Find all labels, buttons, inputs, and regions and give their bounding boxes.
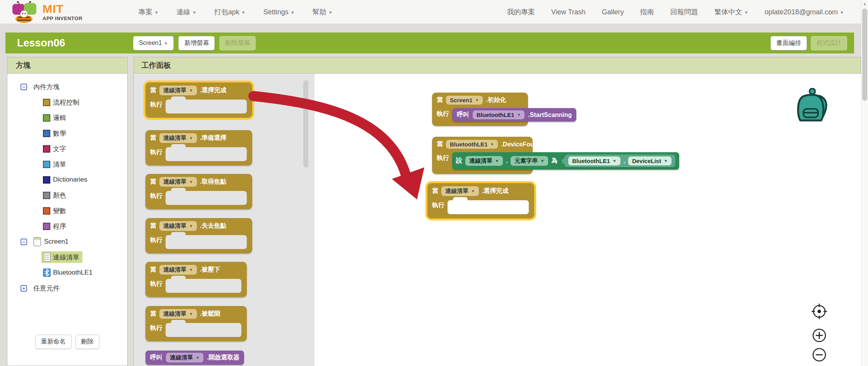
component-dropdown[interactable]: 連線清單▼	[441, 186, 479, 196]
blocks-canvas[interactable]: 當 Screen1▼ .初始化 執行 呼叫 BluetoothLE1▼ .Sta…	[314, 74, 861, 366]
tree-node-builtin-blocks[interactable]: − 內件方塊	[7, 79, 127, 95]
designer-view-button[interactable]: 畫面編排	[771, 36, 807, 50]
rename-button[interactable]: 重新命名	[35, 335, 72, 349]
component-dropdown[interactable]: 連線清單▼	[159, 86, 197, 95]
link-guide[interactable]: 指南	[640, 7, 654, 17]
scroll-up-arrow-icon[interactable]: ▲	[861, 2, 868, 6]
language-selector[interactable]: 繁体中文▼	[714, 7, 748, 17]
flyout-block-afterpicking[interactable]: 當 連線清單▼ .選擇完成 執行	[145, 82, 252, 118]
flyout-block-beforepicking[interactable]: 當 連線清單▼ .準備選擇 執行	[145, 130, 252, 165]
tree-node-screen1[interactable]: − Screen1	[7, 234, 127, 249]
component-dropdown[interactable]: 連線清單▼	[465, 156, 503, 166]
screen-icon	[33, 237, 41, 246]
screen-controls: Screen1▼ 新增螢幕 刪除螢幕	[133, 36, 256, 50]
category-color-swatch	[43, 161, 50, 168]
menu-help[interactable]: 幫助▼	[313, 7, 333, 17]
component-dropdown[interactable]: BluetoothLE1▼	[568, 156, 620, 165]
statement-slot	[166, 100, 247, 113]
project-bar: Lesson06 Screen1▼ 新增螢幕 刪除螢幕 畫面編排 程式設計	[5, 33, 854, 53]
center-blocks-icon[interactable]	[811, 303, 827, 320]
category-text[interactable]: 文字	[7, 141, 127, 156]
property-dropdown[interactable]: 元素字串▼	[511, 156, 548, 166]
component-listpicker[interactable]: 連線清單	[7, 249, 127, 265]
component-dropdown[interactable]: 連線清單▼	[159, 133, 197, 143]
category-color-swatch	[43, 176, 50, 184]
selected-component-highlight: 連線清單	[41, 251, 82, 263]
chevron-down-icon: ▼	[517, 113, 521, 117]
statement-slot	[448, 200, 529, 214]
component-bluetoothle1[interactable]: BluetoothLE1	[7, 265, 127, 280]
chevron-down-icon: ▼	[241, 10, 246, 15]
component-actions: 重新命名 刪除	[7, 335, 127, 349]
link-my-projects[interactable]: 我的專案	[507, 7, 535, 17]
component-dropdown[interactable]: 連線清單▼	[166, 353, 203, 363]
component-dropdown[interactable]: 連線清單▼	[159, 221, 197, 231]
collapse-icon[interactable]: −	[21, 84, 27, 90]
menu-projects[interactable]: 專案▼	[138, 7, 159, 17]
flyout-block-gotfocus[interactable]: 當 連線清單▼ .取得焦點 執行	[145, 174, 252, 209]
zoom-in-icon[interactable]	[811, 327, 827, 344]
component-dropdown[interactable]: Screen1▼	[446, 96, 483, 105]
chevron-down-icon: ▼	[189, 268, 193, 272]
set-elements-string-block[interactable]: 設 連線清單▼ . 元素字串▼ 為 BluetoothLE1▼ . Device…	[452, 152, 679, 170]
flyout-block-touchup[interactable]: 當 連線清單▼ .被鬆開 執行	[145, 306, 247, 341]
category-dictionaries[interactable]: Dictionaries	[7, 172, 127, 187]
chevron-down-icon: ▼	[540, 159, 544, 163]
page-scrollbar[interactable]: ▲	[861, 0, 868, 366]
backpack-icon[interactable]	[795, 87, 834, 126]
category-color-swatch	[43, 145, 50, 153]
component-dropdown[interactable]: 連線清單▼	[159, 177, 197, 187]
category-control[interactable]: 流程控制	[7, 95, 127, 110]
call-startscanning-block[interactable]: 呼叫 BluetoothLE1▼ .StartScanning	[452, 108, 576, 122]
chevron-down-icon: ▼	[189, 88, 193, 93]
account-menu[interactable]: oplate2018@gmail.com▼	[765, 8, 844, 16]
category-procedures[interactable]: 程序	[7, 218, 127, 234]
screen-selector-dropdown[interactable]: Screen1▼	[133, 36, 174, 50]
property-dropdown[interactable]: DeviceList▼	[628, 156, 672, 165]
listpicker-icon	[43, 253, 51, 262]
category-logic[interactable]: 邏輯	[7, 110, 127, 125]
main-menus: 專案▼ 連線▼ 打包apk▼ Settings▼ 幫助▼	[138, 0, 333, 24]
component-dropdown[interactable]: 連線清單▼	[159, 265, 197, 275]
expand-icon[interactable]: +	[21, 285, 27, 292]
category-colors[interactable]: 顏色	[7, 187, 127, 203]
zoom-out-icon[interactable]	[811, 347, 827, 363]
category-variables[interactable]: 變數	[7, 203, 127, 218]
tree-node-any-components[interactable]: + 任意元件	[7, 280, 127, 296]
canvas-block-devicefound[interactable]: 當 BluetoothLE1▼ .DeviceFound 執行 設 連線清單▼ …	[432, 137, 533, 174]
menu-connect[interactable]: 連線▼	[176, 7, 196, 17]
chevron-down-icon: ▼	[744, 10, 748, 15]
component-dropdown[interactable]: BluetoothLE1▼	[473, 110, 525, 119]
canvas-block-screen-initialize[interactable]: 當 Screen1▼ .初始化 執行 呼叫 BluetoothLE1▼ .Sta…	[432, 93, 528, 126]
link-view-trash[interactable]: View Trash	[551, 8, 586, 16]
component-dropdown[interactable]: BluetoothLE1▼	[446, 140, 498, 149]
mit-app-inventor-logo[interactable]: MIT APP INVENTOR	[11, 1, 82, 23]
flyout-block-touchdown[interactable]: 當 連線清單▼ .被壓下 執行	[145, 262, 247, 297]
get-devicelist-block[interactable]: BluetoothLE1▼ . DeviceList▼	[564, 155, 675, 167]
flyout-block-lostfocus[interactable]: 當 連線清單▼ .失去焦點 執行	[145, 218, 252, 253]
category-math[interactable]: 數學	[7, 125, 127, 141]
logo-subtitle-text: APP INVENTOR	[43, 16, 82, 21]
chevron-down-icon: ▼	[189, 224, 193, 228]
add-screen-button[interactable]: 新增螢幕	[178, 36, 215, 50]
category-lists[interactable]: 清單	[7, 156, 127, 172]
statement-slot	[166, 191, 247, 205]
blocks-flyout: 當 連線清單▼ .選擇完成 執行 當 連線清單▼ .準備選擇 執行	[134, 74, 314, 366]
collapse-icon[interactable]: −	[21, 239, 27, 245]
category-color-swatch	[43, 207, 50, 215]
link-report-issue[interactable]: 回報問題	[670, 7, 698, 17]
menu-build-apk[interactable]: 打包apk▼	[214, 7, 246, 17]
statement-slot	[166, 147, 247, 161]
flyout-block-open-picker[interactable]: 呼叫 連線清單▼ .開啟選取器	[145, 351, 244, 365]
flyout-scrollbar-thumb[interactable]	[303, 80, 308, 168]
top-right-links: 我的專案 View Trash Gallery 指南 回報問題 繁体中文▼ op…	[507, 0, 844, 24]
menu-settings[interactable]: Settings▼	[263, 8, 295, 16]
link-gallery[interactable]: Gallery	[602, 8, 624, 16]
canvas-block-afterpicking[interactable]: 當 連線清單▼ .選擇完成 執行	[427, 183, 534, 218]
project-title: Lesson06	[17, 37, 65, 49]
category-color-swatch	[43, 130, 50, 137]
component-dropdown[interactable]: 連線清單▼	[159, 309, 197, 319]
chevron-down-icon: ▼	[840, 10, 844, 15]
delete-button[interactable]: 刪除	[75, 335, 99, 349]
page-scrollbar-thumb[interactable]	[862, 9, 867, 101]
